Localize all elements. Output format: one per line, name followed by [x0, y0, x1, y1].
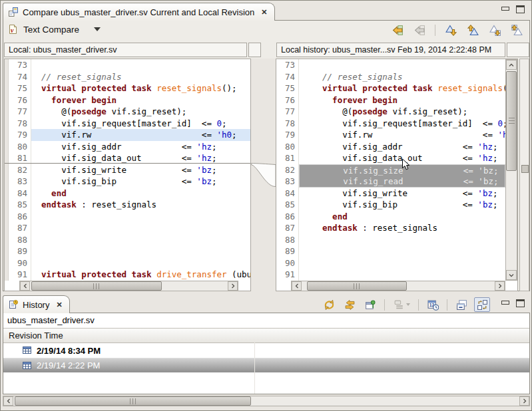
line-text[interactable] [31, 245, 250, 257]
diff-overview-marker[interactable] [521, 165, 529, 173]
line-text[interactable]: endtask : reset_signals [31, 199, 250, 211]
line-text[interactable] [31, 211, 250, 223]
left-code-pane[interactable]: 7374 // reset_signals75 virtual protecte… [4, 59, 251, 291]
next-difference-button[interactable] [443, 23, 459, 37]
scroll-thumb[interactable] [15, 396, 251, 406]
line-text[interactable] [31, 222, 250, 234]
line-text[interactable]: vif.sig_read <= 'bz; [299, 176, 505, 188]
line-text[interactable]: vif.sig_request[master_id] <= 0; [299, 118, 505, 130]
close-icon[interactable]: ✕ [56, 301, 62, 309]
right-vertical-scrollbar[interactable] [505, 59, 517, 281]
scroll-down-icon[interactable] [506, 270, 517, 280]
revision-row[interactable]: 2/19/14 2:22 PM [3, 358, 529, 372]
line-text[interactable]: vif.sig_request[master_id] <= 0; [31, 118, 250, 130]
close-icon[interactable]: ✕ [261, 8, 267, 17]
pin-view-button[interactable] [362, 297, 378, 312]
line-number: 86 [9, 211, 31, 223]
line-number: 91 [9, 269, 31, 281]
line-text[interactable]: end [299, 211, 505, 223]
compare-mode-selector[interactable]: v Text Compare [7, 24, 101, 35]
previous-difference-button[interactable] [465, 23, 481, 37]
history-horizontal-scrollbar[interactable] [3, 396, 530, 406]
compare-toolbar [390, 23, 525, 37]
revision-row[interactable]: 2/19/14 8:34 PM [3, 343, 529, 358]
line-text[interactable]: virtual protected task reset_signals(); [299, 82, 505, 94]
scroll-up-icon[interactable] [506, 60, 517, 70]
line-text[interactable]: vif.sig_bip <= 'bz; [299, 199, 505, 211]
line-text[interactable]: vif.rw <= 'h0; [31, 129, 250, 141]
scroll-left-icon[interactable] [292, 281, 302, 291]
scroll-left-icon[interactable] [3, 396, 13, 406]
code-token: vif.sig_write <= [312, 188, 477, 198]
line-text[interactable]: // reset_signals [299, 71, 505, 83]
scroll-left-icon[interactable] [20, 281, 30, 291]
left-code-rows[interactable]: 7374 // reset_signals75 virtual protecte… [5, 59, 250, 281]
line-text[interactable]: end [31, 188, 250, 200]
date-time-button[interactable]: 12 [425, 297, 441, 312]
compare-mode-button[interactable] [474, 297, 490, 312]
scroll-track[interactable] [302, 281, 495, 291]
maximize-icon[interactable] [516, 5, 525, 13]
diff-overview-ruler[interactable] [519, 59, 529, 291]
line-text[interactable]: // reset_signals [31, 71, 250, 83]
code-token: vif.rw <= [312, 130, 497, 140]
line-text[interactable]: vif.sig_addr <= 'hz; [299, 141, 505, 153]
line-number: 87 [9, 222, 31, 234]
code-token: vif.sig_data_out <= [31, 153, 196, 163]
collapse-all-button[interactable] [453, 297, 469, 312]
line-text[interactable] [31, 59, 250, 71]
line-text[interactable] [299, 59, 505, 71]
line-text[interactable]: virtual protected task reset_signals(); [31, 82, 250, 94]
right-code-rows[interactable]: 7374 // reset_signals75 virtual protecte… [276, 59, 505, 281]
line-text[interactable]: vif.sig_bip <= 'bz; [31, 176, 250, 188]
line-text[interactable]: vif.sig_data_out <= 'hz; [31, 152, 250, 164]
line-text[interactable]: vif.sig_write <= 'bz; [299, 188, 505, 200]
line-text[interactable] [31, 257, 250, 269]
minimize-icon[interactable] [501, 7, 509, 11]
right-code-pane[interactable]: 7374 // reset_signals75 virtual protecte… [276, 59, 518, 291]
code-token: ; [493, 153, 498, 163]
scroll-thumb[interactable] [506, 71, 517, 171]
line-text[interactable]: virtual protected task drive_transfer (u… [31, 269, 250, 281]
line-text[interactable] [31, 234, 250, 246]
link-with-editor-button[interactable] [342, 297, 358, 312]
code-token: 'h0 [497, 130, 505, 140]
line-text[interactable]: endtask : reset_signals [299, 222, 505, 234]
next-change-button[interactable] [487, 23, 503, 37]
scroll-thumb[interactable] [307, 281, 407, 291]
line-text[interactable]: forever begin [31, 94, 250, 106]
line-text[interactable] [299, 245, 505, 257]
line-text[interactable] [299, 257, 505, 269]
refresh-button[interactable] [321, 297, 337, 312]
scroll-right-icon[interactable] [495, 281, 505, 291]
scroll-right-icon[interactable] [519, 396, 529, 406]
previous-change-button[interactable] [509, 23, 525, 37]
line-number: 80 [276, 141, 299, 153]
scroll-right-icon[interactable] [228, 281, 238, 291]
line-text[interactable]: vif.sig_addr <= 'hz; [31, 141, 250, 153]
scroll-track[interactable] [506, 70, 517, 270]
code-token: ; [493, 188, 498, 198]
line-text[interactable]: vif.rw <= 'h0; [299, 129, 505, 141]
scroll-track[interactable] [30, 281, 228, 291]
line-text[interactable]: forever begin [299, 94, 505, 106]
left-horizontal-scrollbar[interactable] [19, 281, 238, 291]
scroll-thumb[interactable] [31, 281, 162, 291]
right-horizontal-scrollbar[interactable] [291, 281, 505, 291]
line-text[interactable]: @(posedge vif.sig_reset); [299, 106, 505, 118]
chevron-down-icon[interactable] [94, 27, 101, 31]
tab-compare-editor[interactable]: Compare ubus_master_driver.sv Current an… [3, 3, 275, 21]
revision-time-column-header[interactable]: Revision Time [3, 329, 529, 343]
line-text[interactable]: @(posedge vif.sig_reset); [31, 106, 250, 118]
maximize-icon[interactable] [516, 299, 525, 307]
tab-history-view[interactable]: History ✕ [3, 295, 70, 313]
copy-all-right-to-left-button[interactable] [390, 23, 405, 37]
line-text[interactable] [299, 269, 505, 281]
minimize-icon[interactable] [501, 301, 509, 305]
code-line: 80 vif.sig_addr <= 'hz; [5, 141, 250, 153]
line-number: 76 [276, 94, 299, 106]
line-text[interactable]: vif.sig_write <= 'bz; [31, 164, 250, 176]
line-text[interactable] [299, 234, 505, 246]
scroll-track[interactable] [13, 396, 519, 406]
left-pane-header-corner [248, 43, 261, 57]
